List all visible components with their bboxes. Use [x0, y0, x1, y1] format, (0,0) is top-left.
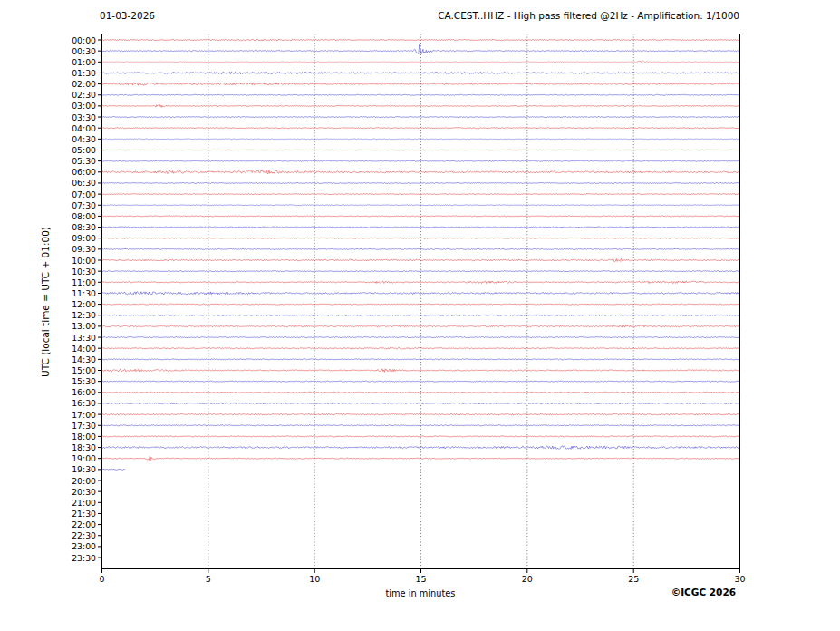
y-tick-label: 03:30: [36, 112, 96, 122]
y-tick-label: 18:00: [36, 432, 96, 442]
trace-14:30: [102, 359, 740, 360]
y-tick-label: 08:00: [36, 211, 96, 221]
y-tick-label: 05:00: [36, 145, 96, 155]
trace-18:00: [102, 436, 740, 437]
y-tick-label: 20:30: [36, 487, 96, 497]
y-tick-label: 14:30: [36, 354, 96, 364]
y-tick-label: 00:30: [36, 46, 96, 56]
y-tick-label: 04:30: [36, 134, 96, 144]
trace-14:00: [102, 347, 740, 349]
trace-15:30: [102, 381, 740, 382]
y-tick-label: 15:00: [36, 365, 96, 375]
trace-16:30: [102, 403, 740, 403]
trace-10:30: [102, 271, 740, 272]
x-tick-label: 20: [509, 574, 546, 584]
trace-00:00: [102, 39, 740, 41]
credit-text: ©ICGC 2026: [671, 587, 736, 597]
trace-09:00: [102, 238, 740, 238]
y-tick-label: 01:30: [36, 68, 96, 78]
trace-08:00: [102, 216, 740, 217]
x-tick-label: 10: [296, 574, 333, 584]
y-tick-label: 07:30: [36, 200, 96, 210]
y-tick-label: 04:00: [36, 123, 96, 133]
y-tick-label: 17:30: [36, 421, 96, 431]
x-axis-label: time in minutes: [285, 588, 556, 598]
trace-10:00: [102, 258, 740, 261]
y-tick-label: 12:00: [36, 299, 96, 309]
x-tick-label: 25: [615, 574, 652, 584]
y-tick-label: 13:30: [36, 333, 96, 343]
trace-08:30: [102, 227, 740, 228]
y-tick-label: 06:00: [36, 167, 96, 177]
y-tick-label: 10:30: [36, 267, 96, 277]
y-tick-label: 03:00: [36, 101, 96, 111]
trace-16:00: [102, 392, 740, 393]
y-tick-label: 19:00: [36, 453, 96, 463]
y-tick-label: 00:00: [36, 35, 96, 45]
y-tick-label: 02:30: [36, 90, 96, 100]
y-tick-label: 11:30: [36, 288, 96, 298]
trace-02:00: [102, 83, 740, 85]
y-tick-label: 02:00: [36, 79, 96, 89]
trace-05:30: [102, 160, 740, 161]
trace-05:00: [102, 150, 740, 150]
trace-17:30: [102, 425, 740, 426]
trace-04:00: [102, 128, 740, 129]
helicorder-plot: [0, 0, 840, 631]
y-tick-label: 18:30: [36, 442, 96, 452]
y-tick-label: 21:00: [36, 498, 96, 508]
y-tick-label: 17:00: [36, 410, 96, 420]
y-tick-label: 05:30: [36, 156, 96, 166]
trace-06:30: [102, 182, 740, 183]
y-tick-label: 19:30: [36, 464, 96, 474]
y-tick-label: 16:00: [36, 387, 96, 397]
trace-15:00: [102, 369, 740, 373]
y-tick-label: 09:30: [36, 244, 96, 254]
y-tick-label: 11:00: [36, 277, 96, 287]
x-tick-label: 5: [190, 574, 227, 584]
x-tick-label: 0: [84, 574, 121, 584]
y-tick-label: 13:00: [36, 321, 96, 331]
trace-17:00: [102, 413, 740, 414]
helicorder-page: 01-03-2026 CA.CEST..HHZ - High pass filt…: [0, 0, 840, 631]
y-tick-label: 10:00: [36, 256, 96, 266]
y-tick-label: 23:00: [36, 541, 96, 551]
y-tick-label: 16:30: [36, 398, 96, 408]
y-tick-label: 12:30: [36, 310, 96, 320]
y-tick-label: 20:00: [36, 476, 96, 486]
y-tick-label: 23:30: [36, 553, 96, 563]
trace-19:30: [102, 469, 126, 470]
y-tick-label: 06:30: [36, 178, 96, 188]
y-tick-label: 22:30: [36, 530, 96, 540]
y-tick-label: 08:30: [36, 222, 96, 232]
y-tick-label: 14:00: [36, 344, 96, 354]
trace-13:30: [102, 337, 740, 338]
y-tick-label: 01:00: [36, 57, 96, 67]
trace-19:00: [102, 457, 740, 461]
y-tick-label: 15:30: [36, 376, 96, 386]
y-tick-label: 22:00: [36, 519, 96, 529]
trace-03:30: [102, 117, 740, 118]
y-tick-label: 09:00: [36, 233, 96, 243]
trace-11:30: [102, 292, 740, 295]
y-tick-label: 07:00: [36, 189, 96, 199]
y-tick-label: 21:30: [36, 509, 96, 519]
x-tick-label: 15: [403, 574, 439, 584]
x-tick-label: 30: [722, 574, 758, 584]
